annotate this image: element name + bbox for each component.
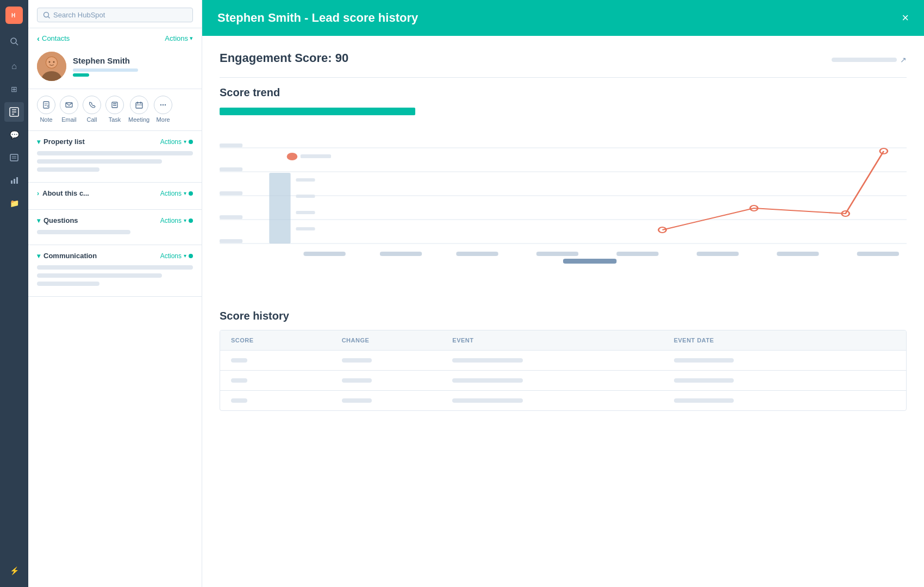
contact-info: Stephen Smith bbox=[73, 56, 138, 77]
external-link-icon[interactable]: ↗ bbox=[900, 55, 907, 64]
questions-actions[interactable]: Actions ▾ bbox=[160, 217, 193, 224]
meeting-label: Meeting bbox=[128, 116, 149, 123]
svg-rect-29 bbox=[136, 103, 142, 108]
change-cell bbox=[342, 398, 372, 403]
search-bar[interactable]: Search HubSpot bbox=[37, 8, 193, 22]
questions-status-dot bbox=[189, 218, 193, 223]
svg-point-47 bbox=[287, 153, 298, 160]
property-list-section: ▾ Property list Actions ▾ bbox=[28, 131, 202, 183]
svg-rect-61 bbox=[616, 252, 658, 256]
col-change: CHANGE bbox=[342, 337, 453, 344]
property-placeholder-3 bbox=[37, 167, 99, 172]
contacts-label: Contacts bbox=[42, 34, 70, 42]
property-list-title: ▾ Property list bbox=[37, 138, 85, 146]
contacts-back-button[interactable]: ‹ Contacts bbox=[37, 34, 70, 43]
contact-action-icons: Note Email Call bbox=[28, 89, 202, 131]
communication-section: ▾ Communication Actions ▾ bbox=[28, 245, 202, 297]
more-label: More bbox=[157, 116, 170, 123]
property-list-actions[interactable]: Actions ▾ bbox=[160, 138, 193, 146]
more-action[interactable]: More bbox=[154, 96, 172, 123]
meeting-action[interactable]: Meeting bbox=[128, 96, 149, 123]
about-contact-status-dot bbox=[189, 191, 193, 196]
nav-files[interactable]: 📁 bbox=[4, 193, 24, 213]
svg-rect-44 bbox=[220, 167, 242, 171]
event-cell bbox=[452, 358, 523, 363]
date-cell bbox=[674, 358, 734, 363]
questions-section: ▾ Questions Actions ▾ bbox=[28, 210, 202, 245]
nav-reports[interactable] bbox=[4, 171, 24, 190]
communication-placeholder-1 bbox=[37, 265, 193, 270]
nav-conversations[interactable]: 💬 bbox=[4, 125, 24, 145]
table-row bbox=[220, 391, 906, 410]
svg-rect-48 bbox=[301, 154, 331, 158]
svg-point-34 bbox=[163, 104, 164, 105]
nav-plugins[interactable]: ⚡ bbox=[4, 561, 24, 580]
svg-rect-11 bbox=[11, 180, 13, 184]
svg-rect-22 bbox=[43, 102, 49, 108]
questions-title: ▾ Questions bbox=[37, 216, 78, 224]
search-placeholder: Search HubSpot bbox=[53, 11, 105, 19]
svg-point-33 bbox=[160, 104, 161, 105]
table-row bbox=[220, 371, 906, 391]
back-chevron-icon: ‹ bbox=[37, 34, 40, 43]
engagement-score: Engagement Score: 90 bbox=[220, 51, 348, 65]
communication-placeholder-3 bbox=[37, 282, 99, 286]
svg-rect-13 bbox=[16, 177, 18, 184]
trend-chart-svg bbox=[220, 124, 907, 265]
nav-home[interactable]: ⌂ bbox=[4, 57, 24, 76]
svg-rect-27 bbox=[113, 103, 116, 104]
questions-chevron-icon: ▾ bbox=[37, 217, 40, 224]
email-action[interactable]: Email bbox=[60, 96, 78, 123]
task-action[interactable]: Task bbox=[105, 96, 124, 123]
about-contact-actions[interactable]: Actions ▾ bbox=[160, 190, 193, 197]
task-label: Task bbox=[109, 116, 121, 123]
communication-chevron-icon: ▾ bbox=[37, 252, 40, 260]
contact-progress-bar-fill bbox=[73, 73, 89, 77]
contact-profile: Stephen Smith bbox=[28, 46, 202, 89]
svg-point-19 bbox=[46, 57, 57, 68]
contact-name: Stephen Smith bbox=[73, 56, 138, 65]
svg-rect-8 bbox=[10, 154, 18, 161]
score-cell bbox=[231, 358, 247, 363]
score-cell bbox=[231, 398, 247, 403]
score-history-table: SCORE CHANGE EVENT EVENT DATE bbox=[220, 330, 907, 411]
call-icon bbox=[83, 96, 101, 114]
svg-rect-62 bbox=[697, 252, 739, 256]
contacts-navigation: ‹ Contacts Actions ▾ bbox=[28, 28, 202, 46]
date-cell bbox=[674, 378, 734, 383]
change-cell bbox=[342, 358, 372, 363]
engagement-bar-placeholder bbox=[832, 58, 897, 62]
modal-close-button[interactable]: × bbox=[902, 12, 909, 24]
property-list-actions-chevron: ▾ bbox=[184, 139, 186, 145]
email-label: Email bbox=[61, 116, 77, 123]
property-placeholder-1 bbox=[37, 151, 193, 155]
svg-rect-12 bbox=[14, 179, 15, 184]
communication-actions-label: Actions bbox=[160, 252, 182, 260]
svg-rect-63 bbox=[777, 252, 819, 256]
property-list-status-dot bbox=[189, 140, 193, 144]
call-action[interactable]: Call bbox=[83, 96, 101, 123]
nav-search[interactable] bbox=[4, 32, 24, 51]
about-contact-actions-chevron: ▾ bbox=[184, 190, 186, 196]
questions-label: Questions bbox=[43, 216, 78, 224]
header-actions-button[interactable]: Actions ▾ bbox=[165, 34, 193, 42]
left-navigation: H ⌂ ⊞ 💬 📁 ⚡ bbox=[0, 0, 28, 587]
score-trend-title: Score trend bbox=[220, 86, 907, 99]
svg-rect-52 bbox=[296, 227, 315, 230]
table-row bbox=[220, 351, 906, 371]
engagement-score-row: Engagement Score: 90 ↗ bbox=[220, 51, 907, 68]
lead-score-modal: Stephen Smith - Lead score history × Eng… bbox=[202, 0, 924, 587]
svg-rect-59 bbox=[456, 252, 498, 256]
svg-rect-64 bbox=[857, 252, 899, 256]
nav-dashboard[interactable]: ⊞ bbox=[4, 79, 24, 99]
questions-placeholder-1 bbox=[37, 230, 130, 234]
property-placeholder-2 bbox=[37, 159, 162, 164]
communication-actions[interactable]: Actions ▾ bbox=[160, 252, 193, 260]
hubspot-logo[interactable]: H bbox=[5, 7, 23, 24]
questions-header: ▾ Questions Actions ▾ bbox=[37, 216, 193, 224]
communication-title: ▾ Communication bbox=[37, 252, 97, 260]
nav-contacts[interactable] bbox=[4, 102, 24, 122]
nav-lists[interactable] bbox=[4, 148, 24, 167]
svg-rect-65 bbox=[563, 259, 616, 264]
note-action[interactable]: Note bbox=[37, 96, 55, 123]
